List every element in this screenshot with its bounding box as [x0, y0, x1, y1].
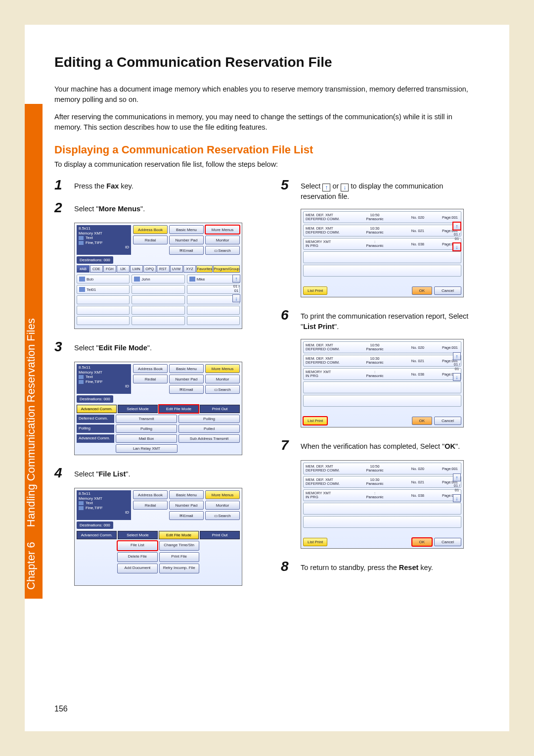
more-menus-button[interactable]: More Menus	[205, 490, 240, 499]
monitor-button[interactable]: Monitor	[205, 375, 240, 383]
chapter-spine: Chapter 6 Handling Communication Reserva…	[25, 104, 43, 599]
alpha-tab[interactable]: FGH	[103, 265, 116, 273]
contact-cell[interactable]: John	[132, 275, 184, 284]
lan-relay-xmt-button[interactable]: Lan Relay XMT	[116, 444, 178, 453]
monitor-button[interactable]: Monitor	[205, 501, 240, 510]
step-text: Select "Edit File Mode".	[74, 339, 152, 353]
alpha-tab[interactable]: UVW	[170, 265, 183, 273]
search-button[interactable]: ▭ Search	[205, 511, 240, 520]
scroll-down-icon[interactable]: ↓	[232, 294, 240, 302]
destinations-chip[interactable]: Destinations: 000	[77, 395, 113, 403]
redial-button[interactable]: Redial	[133, 236, 168, 244]
destinations-chip[interactable]: Destinations: 000	[77, 521, 113, 529]
cancel-button[interactable]: Cancel	[434, 286, 461, 295]
list-item[interactable]: MEM. DEF. XMTDEFERRED COMM. 10:30Panason…	[303, 476, 461, 488]
scroll-up-icon[interactable]: ↑	[453, 222, 461, 230]
print-out-tab[interactable]: Print Out	[200, 531, 240, 539]
contact-cell[interactable]: Bob	[77, 275, 130, 284]
list-item[interactable]: MEM. DEF. XMTDEFERRED COMM. 10:30Panason…	[303, 225, 461, 236]
select-mode-tab[interactable]: Select Mode	[118, 531, 158, 539]
list-item[interactable]: MEMORY XMTIN PRG :Panasonic No. 038 Page…	[303, 238, 461, 250]
basic-menu-button[interactable]: Basic Menu	[169, 225, 204, 234]
advanced-comm-tab[interactable]: Advanced Comm.	[77, 405, 117, 413]
edit-file-mode-tab[interactable]: Edit File Mode	[159, 531, 199, 539]
scroll-up-icon[interactable]: ↑	[453, 352, 461, 360]
step-number: 5	[281, 177, 293, 193]
mailbox-button[interactable]: Mail Box	[116, 434, 177, 443]
polling-button[interactable]: Polling	[178, 415, 240, 423]
ok-button[interactable]: OK	[412, 417, 433, 425]
scroll-up-icon[interactable]: ↑	[453, 473, 461, 481]
retry-incomp-file-button[interactable]: Retry Incomp. File	[159, 564, 199, 573]
list-item[interactable]: MEMORY XMTIN PRG :Panasonic No. 038 Page…	[303, 368, 461, 380]
alpha-tab[interactable]: OPQ	[143, 265, 156, 273]
page-indicator: 01 / 01	[452, 232, 461, 241]
redial-button[interactable]: Redial	[133, 501, 168, 510]
list-item[interactable]: MEM. DEF. XMTDEFERRED COMM. 10:30Panason…	[303, 355, 461, 367]
polling-button[interactable]: Polling	[116, 425, 177, 433]
polled-button[interactable]: Polled	[178, 425, 240, 433]
program-group-tab[interactable]: Program/Group	[213, 265, 240, 273]
alpha-tab[interactable]: LMN	[130, 265, 143, 273]
scroll-down-icon[interactable]: ↓	[453, 243, 461, 251]
alpha-tab[interactable]: IJK	[117, 265, 130, 273]
doc-thumb: 8.5x11 Memory XMT Text Fine,TIFF ID	[77, 225, 131, 255]
list-item[interactable]: MEMORY XMTIN PRG :Panasonic No. 038 Page…	[303, 489, 461, 501]
transmit-button[interactable]: Transmit	[116, 415, 177, 423]
select-mode-tab[interactable]: Select Mode	[118, 405, 158, 413]
address-book-button[interactable]: Address Book	[133, 364, 168, 373]
favorites-tab[interactable]: Favorites	[196, 265, 213, 273]
number-pad-button[interactable]: Number Pad	[169, 236, 204, 244]
page-indicator: 01 / 01	[232, 284, 241, 293]
list-item[interactable]: MEM. DEF. XMTDEFERRED COMM. 10:50Panason…	[303, 463, 461, 474]
page-number: 156	[54, 705, 68, 713]
step-number: 3	[54, 339, 66, 355]
monitor-button[interactable]: Monitor	[205, 236, 240, 244]
list-item[interactable]: MEM. DEF. XMTDEFERRED COMM. 10:50Panason…	[303, 341, 461, 353]
ok-button[interactable]: OK	[412, 286, 433, 295]
change-time-stn-button[interactable]: Change Time/Stn	[159, 541, 199, 551]
email-button[interactable]: ✉ Email	[169, 511, 204, 520]
search-button[interactable]: ▭ Search	[205, 385, 240, 394]
number-pad-button[interactable]: Number Pad	[169, 501, 204, 510]
more-menus-button[interactable]: More Menus	[205, 364, 240, 373]
list-print-button[interactable]: List Print	[303, 538, 327, 546]
search-button[interactable]: ▭ Search	[205, 246, 240, 255]
list-print-button[interactable]: List Print	[303, 417, 327, 425]
file-list-button[interactable]: File List	[117, 541, 157, 551]
sub-address-transmit-button[interactable]: Sub Address Transmit	[178, 434, 240, 443]
scroll-up-icon[interactable]: ↑	[232, 275, 240, 283]
number-pad-button[interactable]: Number Pad	[169, 375, 204, 383]
basic-menu-button[interactable]: Basic Menu	[169, 364, 204, 373]
print-file-button[interactable]: Print File	[159, 552, 199, 562]
contact-cell-empty	[77, 306, 130, 315]
alpha-tab[interactable]: #AB	[77, 265, 89, 273]
print-out-tab[interactable]: Print Out	[200, 405, 240, 413]
step-text: Select "More Menus".	[74, 200, 145, 214]
cancel-button[interactable]: Cancel	[434, 417, 461, 425]
ok-button[interactable]: OK	[412, 538, 433, 546]
cancel-button[interactable]: Cancel	[434, 538, 461, 546]
email-button[interactable]: ✉ Email	[169, 385, 204, 394]
advanced-comm-tab[interactable]: Advanced Comm.	[77, 531, 117, 539]
contact-cell[interactable]: Tel01	[77, 285, 130, 294]
basic-menu-button[interactable]: Basic Menu	[169, 490, 204, 499]
email-button[interactable]: ✉ Email	[169, 246, 204, 255]
list-print-button[interactable]: List Print	[303, 286, 327, 295]
alpha-tab[interactable]: CDE	[90, 265, 103, 273]
more-menus-button[interactable]: More Menus	[205, 225, 240, 234]
alpha-tab[interactable]: RST	[157, 265, 170, 273]
add-document-button[interactable]: Add Document	[117, 564, 157, 573]
alpha-tab[interactable]: XYZ	[183, 265, 196, 273]
redial-button[interactable]: Redial	[133, 375, 168, 383]
scroll-down-icon[interactable]: ↓	[453, 494, 461, 502]
address-book-button[interactable]: Address Book	[133, 490, 168, 499]
destinations-chip[interactable]: Destinations: 000	[77, 256, 113, 264]
address-book-button[interactable]: Address Book	[133, 225, 168, 234]
row-label: Deferred Comm.	[77, 415, 114, 423]
scroll-down-icon[interactable]: ↓	[453, 373, 461, 381]
edit-file-mode-tab[interactable]: Edit File Mode	[159, 405, 199, 413]
delete-file-button[interactable]: Delete File	[117, 552, 157, 562]
section-intro: To display a communication reservation f…	[54, 160, 480, 168]
list-item[interactable]: MEM. DEF. XMTDEFERRED COMM. 10:50Panason…	[303, 211, 461, 223]
